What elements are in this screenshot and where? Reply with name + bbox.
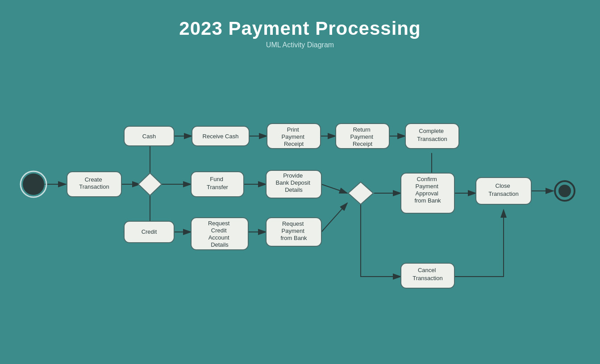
main-title: 2023 Payment Processing bbox=[0, 18, 600, 39]
return-receipt-label: Return Payment Receipt bbox=[350, 126, 375, 147]
cash-label: Cash bbox=[142, 133, 156, 140]
request-payment-label: Request Payment from Bank bbox=[280, 220, 307, 241]
receive-cash-label: Receive Cash bbox=[203, 133, 239, 140]
title-section: 2023 Payment Processing UML Activity Dia… bbox=[0, 0, 600, 53]
sub-title: UML Activity Diagram bbox=[0, 41, 600, 49]
start-node bbox=[23, 174, 44, 195]
diagram-area: Create Transaction Cash Receive Cash Pri… bbox=[0, 58, 600, 364]
request-credit-label: Request Credit Account Details bbox=[208, 220, 231, 248]
page-container: 2023 Payment Processing UML Activity Dia… bbox=[0, 0, 600, 364]
confirm-approval-label: Confirm Payment Approval from Bank bbox=[414, 176, 441, 204]
svg-rect-58 bbox=[0, 58, 600, 364]
credit-label: Credit bbox=[142, 228, 157, 235]
end-node-inner bbox=[558, 185, 571, 197]
